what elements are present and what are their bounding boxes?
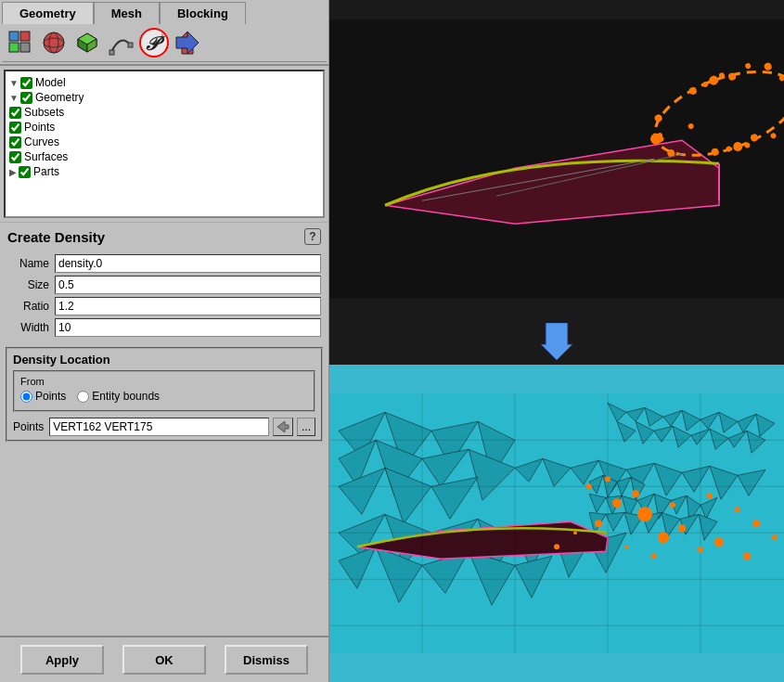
- arrow-icon[interactable]: [173, 28, 202, 58]
- viz-top: [329, 0, 784, 318]
- width-row: Width: [7, 318, 321, 337]
- tree-label-subsets: Subsets: [24, 106, 64, 119]
- right-panel: [329, 0, 784, 682]
- form-area: Name Size Ratio Width: [0, 251, 328, 343]
- size-row: Size: [7, 276, 321, 294]
- svg-point-132: [714, 537, 724, 547]
- points-field-label: Points: [13, 420, 44, 433]
- tab-geometry[interactable]: Geometry: [2, 2, 94, 24]
- expand-model: ▼: [9, 78, 19, 88]
- tab-blocking[interactable]: Blocking: [160, 2, 246, 24]
- svg-point-129: [678, 524, 686, 532]
- svg-point-145: [573, 531, 577, 534]
- toolbar-tabs: Geometry Mesh Blocking: [2, 2, 327, 24]
- svg-point-130: [658, 532, 669, 543]
- checkbox-geometry[interactable]: [20, 92, 32, 104]
- name-row: Name: [7, 254, 321, 273]
- tree-panel: ▼ Model ▼ Geometry Subsets Points Curves…: [4, 70, 325, 218]
- viz-bottom: [329, 365, 784, 683]
- svg-point-144: [624, 545, 628, 548]
- radio-points[interactable]: [20, 391, 32, 403]
- top-viz-svg: [329, 0, 784, 318]
- ratio-input[interactable]: [55, 297, 321, 315]
- tree-label-geometry: Geometry: [35, 91, 84, 104]
- radio-row: Points Entity bounds: [20, 390, 308, 403]
- size-label: Size: [7, 278, 49, 291]
- name-label: Name: [7, 257, 49, 270]
- sphere-icon[interactable]: [39, 28, 69, 58]
- dismiss-button[interactable]: Dismiss: [225, 645, 308, 675]
- create-density-header: Create Density ?: [0, 222, 328, 251]
- tree-item-surfaces[interactable]: Surfaces: [9, 149, 319, 164]
- svg-point-141: [752, 520, 760, 527]
- tree-item-model[interactable]: ▼ Model: [9, 75, 319, 90]
- density-location-title: Density Location: [13, 353, 315, 367]
- select-points-btn[interactable]: [273, 418, 293, 436]
- size-input[interactable]: [55, 276, 321, 294]
- bottom-buttons: Apply OK Dismiss: [0, 636, 328, 682]
- svg-point-146: [554, 544, 559, 549]
- spacer: [0, 445, 328, 636]
- svg-point-128: [612, 498, 622, 508]
- create-density-title: Create Density: [7, 229, 105, 245]
- apply-button[interactable]: Apply: [20, 645, 104, 675]
- svg-point-139: [707, 493, 713, 498]
- checkbox-parts[interactable]: [19, 166, 31, 178]
- svg-rect-3: [20, 43, 30, 52]
- points-input[interactable]: [49, 418, 269, 436]
- cube-icon[interactable]: [72, 28, 102, 58]
- bottom-viz-svg: [329, 365, 784, 683]
- radio-points-label[interactable]: Points: [20, 390, 66, 403]
- tree-item-subsets[interactable]: Subsets: [9, 105, 319, 120]
- ok-button[interactable]: OK: [122, 645, 206, 675]
- more-options-btn[interactable]: ...: [297, 418, 315, 436]
- width-label: Width: [7, 321, 49, 334]
- radio-points-text: Points: [35, 390, 66, 403]
- density-point-icon[interactable]: 𝒫 +: [139, 28, 169, 58]
- grid-icon[interactable]: [6, 28, 35, 58]
- tree-label-points: Points: [24, 121, 55, 134]
- svg-point-137: [586, 483, 592, 489]
- tree-item-curves[interactable]: Curves: [9, 135, 319, 149]
- expand-parts: ▶: [9, 167, 17, 177]
- name-input[interactable]: [55, 254, 321, 273]
- curve-icon[interactable]: [106, 28, 135, 58]
- tree-item-points[interactable]: Points: [9, 120, 319, 135]
- svg-point-135: [670, 502, 675, 508]
- svg-rect-12: [128, 43, 133, 47]
- width-input[interactable]: [55, 318, 321, 337]
- svg-rect-18: [329, 19, 784, 298]
- checkbox-curves[interactable]: [9, 136, 21, 148]
- svg-point-138: [605, 476, 610, 482]
- help-icon[interactable]: ?: [304, 228, 321, 245]
- checkbox-surfaces[interactable]: [9, 151, 21, 163]
- svg-marker-17: [277, 421, 289, 432]
- svg-marker-16: [176, 32, 199, 54]
- svg-point-127: [637, 507, 652, 521]
- ratio-row: Ratio: [7, 297, 321, 315]
- ratio-label: Ratio: [7, 300, 49, 313]
- checkbox-points[interactable]: [9, 122, 21, 134]
- tree-item-geometry[interactable]: ▼ Geometry: [9, 90, 319, 105]
- checkbox-subsets[interactable]: [9, 107, 21, 119]
- svg-marker-47: [541, 323, 572, 360]
- tree-item-parts[interactable]: ▶ Parts: [9, 164, 319, 179]
- tree-label-model: Model: [35, 76, 66, 89]
- toolbar-icons-row: 𝒫 +: [2, 24, 327, 62]
- svg-point-136: [632, 490, 639, 497]
- tree-label-parts: Parts: [33, 165, 59, 178]
- toolbar: Geometry Mesh Blocking: [0, 0, 328, 66]
- svg-point-143: [651, 553, 657, 559]
- left-panel: Geometry Mesh Blocking: [0, 0, 329, 682]
- tab-mesh[interactable]: Mesh: [94, 2, 160, 24]
- svg-rect-1: [20, 32, 30, 41]
- radio-entity[interactable]: [77, 391, 89, 403]
- svg-point-133: [743, 552, 751, 560]
- arrow-divider: [329, 318, 784, 365]
- checkbox-model[interactable]: [20, 77, 32, 89]
- radio-entity-label[interactable]: Entity bounds: [77, 390, 160, 403]
- expand-geometry: ▼: [9, 93, 19, 103]
- from-box: From Points Entity bounds: [13, 370, 315, 412]
- from-title: From: [20, 376, 308, 387]
- svg-point-134: [698, 547, 703, 552]
